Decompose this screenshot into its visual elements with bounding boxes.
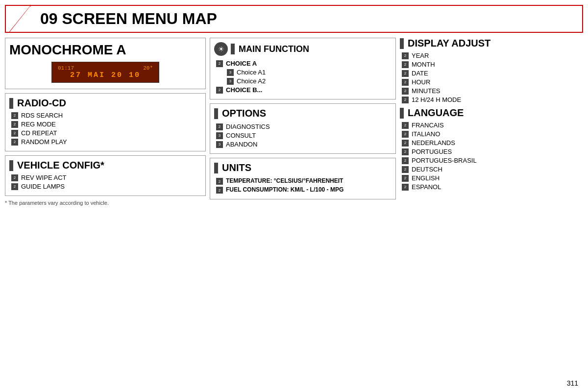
hour-label: HOUR xyxy=(412,78,430,86)
middle-column: ☀ MAIN FUNCTION 2 CHOICE A 3 Choice A1 3 xyxy=(210,38,396,386)
display-channel: 20* xyxy=(143,65,153,71)
options-title: OPTIONS xyxy=(222,108,266,119)
month-label: MONTH xyxy=(412,61,435,68)
portugues-brasil-label: PORTUGUES-BRASIL xyxy=(412,157,477,164)
rds-search-label: RDS SEARCH xyxy=(21,112,63,119)
choice-a1-label: Choice A1 xyxy=(237,69,266,76)
language-section: LANGUAGE 2 FRANCAIS 2 ITALIANO 2 NEDERLA… xyxy=(400,107,583,191)
main-func-level-bar xyxy=(231,44,235,54)
display-date: 27 MAI 20 10 xyxy=(58,71,153,79)
radio-cd-level-bar xyxy=(9,98,13,109)
units-title: UNITS xyxy=(222,162,251,173)
display-time: 01:17 xyxy=(58,65,74,71)
hour-mode-label: 12 H/24 H MODE xyxy=(412,96,461,103)
deutsch-label: DEUTSCH xyxy=(412,166,442,173)
footnote: * The parameters vary according to vehic… xyxy=(5,200,206,206)
fuel-label: FUEL CONSUMPTION: KM/L - L/100 - MPG xyxy=(226,186,343,193)
language-title: LANGUAGE xyxy=(408,107,464,119)
minutes-label: MINUTES xyxy=(412,87,441,95)
choice-b-label: CHOICE B... xyxy=(226,86,262,94)
nederlands-label: NEDERLANDS xyxy=(412,139,455,147)
portugues-label: PORTUGUES xyxy=(412,148,452,155)
monochrome-section: MONOCHROME A 01:17 20* 27 MAI 20 10 xyxy=(5,38,206,89)
vehicle-config-level-bar xyxy=(9,160,13,171)
radio-cd-section: RADIO-CD 2 RDS SEARCH 2 REG MODE 2 CD RE… xyxy=(5,93,206,151)
monochrome-title: MONOCHROME A xyxy=(9,42,201,58)
right-column: DISPLAY ADJUST 2 YEAR 2 MONTH 2 DATE 2 H… xyxy=(400,38,583,386)
english-label: ENGLISH xyxy=(412,174,440,182)
cd-repeat-label: CD REPEAT xyxy=(21,129,57,137)
diagnostics-label: DIAGNOSTICS xyxy=(226,123,270,130)
sun-icon: ☀ xyxy=(214,42,228,56)
choice-a-label: CHOICE A xyxy=(226,60,257,67)
vehicle-config-title: VEHICLE CONFIG* xyxy=(17,160,104,171)
display-adjust-section: DISPLAY ADJUST 2 YEAR 2 MONTH 2 DATE 2 H… xyxy=(400,38,583,103)
radio-cd-item-rds: 2 RDS SEARCH xyxy=(9,112,201,119)
main-function-section: ☀ MAIN FUNCTION 2 CHOICE A 3 Choice A1 3 xyxy=(210,38,396,99)
display-adjust-level-bar xyxy=(400,38,404,49)
page-number: 311 xyxy=(567,379,578,387)
vehicle-config-item-rev: 2 REV WIPE ACT xyxy=(9,174,201,181)
random-play-label: RANDOM PLAY xyxy=(21,138,67,146)
italiano-label: ITALIANO xyxy=(412,130,440,138)
vehicle-config-section: VEHICLE CONFIG* 2 REV WIPE ACT 2 GUIDE L… xyxy=(5,155,206,196)
radio-cd-title: RADIO-CD xyxy=(17,98,66,109)
rev-wipe-label: REV WIPE ACT xyxy=(21,174,66,181)
page-title: 09 SCREEN MENU MAP xyxy=(16,10,217,28)
left-column: MONOCHROME A 01:17 20* 27 MAI 20 10 RADI… xyxy=(5,38,206,386)
espanol-label: ESPANOL xyxy=(412,183,441,191)
language-level-bar xyxy=(400,108,404,119)
radio-cd-item-reg: 2 REG MODE xyxy=(9,121,201,128)
abandon-label: ABANDON xyxy=(226,141,257,148)
options-level-bar xyxy=(214,108,218,119)
consult-label: CONSULT xyxy=(226,132,256,139)
year-label: YEAR xyxy=(412,52,429,59)
temperature-label: TEMPERATURE: °CELSIUS/°FAHRENHEIT xyxy=(226,177,343,184)
choice-a2-label: Choice A2 xyxy=(237,77,266,85)
radio-cd-item-random: 2 RANDOM PLAY xyxy=(9,138,201,146)
radio-cd-item-cd: 2 CD REPEAT xyxy=(9,129,201,137)
display-adjust-title: DISPLAY ADJUST xyxy=(408,38,490,49)
vehicle-config-item-guide: 2 GUIDE LAMPS xyxy=(9,183,201,190)
main-function-title: MAIN FUNCTION xyxy=(239,44,309,54)
date-label: DATE xyxy=(412,70,428,77)
options-section: OPTIONS 2 DIAGNOSTICS 3 CONSULT 3 ABANDO… xyxy=(210,103,396,154)
display-screen: 01:17 20* 27 MAI 20 10 xyxy=(51,62,159,83)
units-level-bar xyxy=(214,163,218,173)
guide-lamps-label: GUIDE LAMPS xyxy=(21,183,65,190)
reg-mode-label: REG MODE xyxy=(21,121,56,128)
header: 09 SCREEN MENU MAP xyxy=(5,5,583,33)
units-section: UNITS 2 TEMPERATURE: °CELSIUS/°FAHRENHEI… xyxy=(210,158,396,199)
francais-label: FRANCAIS xyxy=(412,122,444,129)
